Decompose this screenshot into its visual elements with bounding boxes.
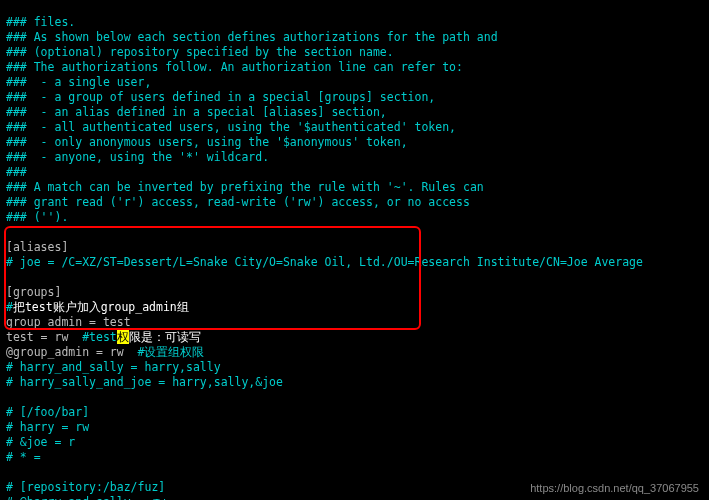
section-groups: [groups] bbox=[6, 285, 61, 299]
foobar-line: # harry = rw bbox=[6, 420, 89, 434]
comment-line: ### - all authenticated users, using the… bbox=[6, 120, 456, 134]
comment-line: ### A match can be inverted by prefixing… bbox=[6, 180, 484, 194]
blank-line bbox=[6, 225, 13, 239]
highlight-char: 权 bbox=[117, 330, 129, 344]
comment-line: ### (''). bbox=[6, 210, 68, 224]
terminal-output: ### files. ### As shown below each secti… bbox=[0, 0, 709, 500]
comment-line: ### - a single user, bbox=[6, 75, 151, 89]
harry-sally-joe-line: # harry_sally_and_joe = harry,sally,&joe bbox=[6, 375, 283, 389]
group-admin-rw-line: @group_admin = rw #设置组权限 bbox=[6, 345, 205, 359]
blank-line bbox=[6, 390, 13, 404]
comment-line: ### files. bbox=[6, 15, 75, 29]
comment-line: ### (optional) repository specified by t… bbox=[6, 45, 394, 59]
comment-line: ### grant read ('r') access, read-write … bbox=[6, 195, 470, 209]
comment-line: ### - only anonymous users, using the '$… bbox=[6, 135, 408, 149]
group-comment-1: #把test账户加入group_admin组 bbox=[6, 300, 189, 314]
group-admin-line: group_admin = test bbox=[6, 315, 131, 329]
blank-line bbox=[6, 270, 13, 284]
test-rw-line: test = rw #test权限是：可读写 bbox=[6, 330, 201, 344]
repo-section: # [repository:/baz/fuz] bbox=[6, 480, 165, 494]
watermark: https://blog.csdn.net/qq_37067955 bbox=[530, 482, 699, 494]
comment-line: ### - anyone, using the '*' wildcard. bbox=[6, 150, 269, 164]
comment-line: ### As shown below each section defines … bbox=[6, 30, 498, 44]
harry-sally-line: # harry_and_sally = harry,sally bbox=[6, 360, 221, 374]
comment-line: ### bbox=[6, 165, 27, 179]
section-aliases: [aliases] bbox=[6, 240, 68, 254]
foobar-section: # [/foo/bar] bbox=[6, 405, 89, 419]
blank-line bbox=[6, 465, 13, 479]
repo-line: # @harry_and_sally = rw bbox=[6, 495, 165, 500]
foobar-line: # * = bbox=[6, 450, 41, 464]
foobar-line: # &joe = r bbox=[6, 435, 75, 449]
comment-line: ### - an alias defined in a special [ali… bbox=[6, 105, 387, 119]
comment-line: ### - a group of users defined in a spec… bbox=[6, 90, 435, 104]
alias-joe: # joe = /C=XZ/ST=Dessert/L=Snake City/O=… bbox=[6, 255, 643, 269]
comment-line: ### The authorizations follow. An author… bbox=[6, 60, 463, 74]
